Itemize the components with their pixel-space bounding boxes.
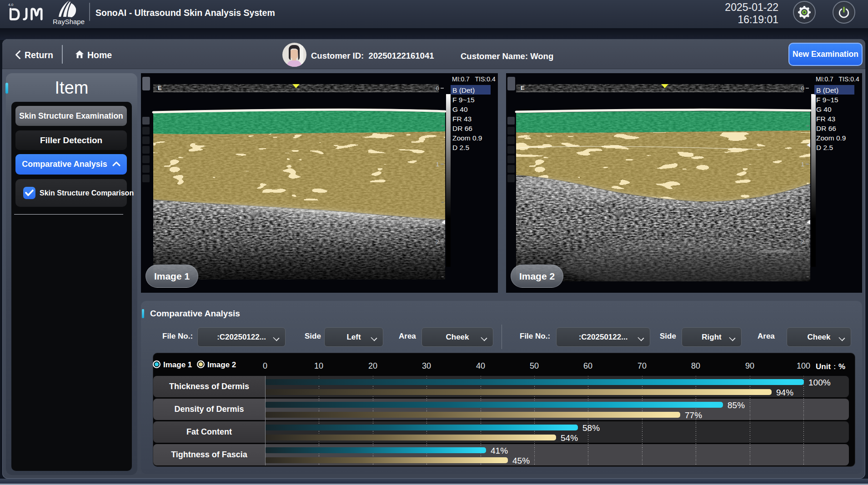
svg-text:1: 1 [801, 161, 804, 168]
svg-text:E: E [158, 85, 162, 91]
svg-text:1: 1 [436, 161, 439, 168]
svg-text:2: 2 [801, 239, 804, 245]
svg-text:0: 0 [436, 85, 439, 92]
svg-text:0: 0 [801, 85, 804, 92]
svg-text:E: E [521, 85, 525, 91]
svg-text:2: 2 [436, 239, 439, 245]
